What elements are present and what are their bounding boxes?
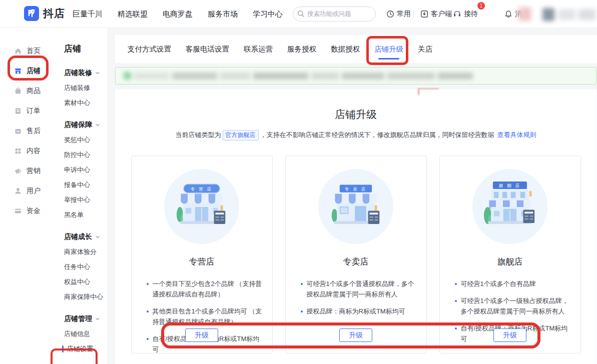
funds-icon [14,207,22,215]
svg-text:专 卖 店: 专 卖 店 [345,186,367,192]
svg-text:专 营 店: 专 营 店 [191,186,213,192]
subitem-report-center[interactable]: 举报中心 [64,192,108,208]
sidebar-item-label: 营销 [27,166,41,176]
sidebar-item-goods[interactable]: 商品 [0,81,55,101]
subitem-merchant-protection-center[interactable]: 商家保障中心 [64,290,108,304]
requirement-item: 可经营1个或多个一级独占授权品牌，多个授权品牌需属于同一商标所有人 [455,296,570,316]
upgrade-button-flagship[interactable]: 升级 [493,328,526,342]
client-button[interactable]: 客户端 [420,0,452,28]
bell-icon [504,10,512,18]
topnav-xuexizhongxin[interactable]: 学习中心 [253,10,283,19]
reception-button[interactable]: 接待 1 [453,0,486,28]
section-shop-growth: 店铺成长 商家体验分 任务中心 权益中心 商家保障中心 [64,230,108,304]
search-input[interactable] [293,6,376,22]
sidebar-item-label: 用户 [27,186,41,196]
subitem-material-center[interactable]: 素材中心 [64,96,108,110]
subitem-appeal-center[interactable]: 申诉中心 [64,162,108,178]
page-description: 当前店铺类型为官方旗舰店，支持在不影响店铺正常经营的情况下，修改旗舰店品牌归属，… [115,130,596,140]
sidebar-item-label: 店铺 [27,66,41,76]
storefront-illustration: 专 营 店 [164,169,239,244]
sidebar-item-orders[interactable]: 订单 [0,101,55,121]
section-header-shop-management[interactable]: 店铺管理 [64,312,108,326]
orders-icon [14,107,22,115]
client-label: 客户端 [431,10,452,18]
topbar: 抖店 巨量千川 精选联盟 电商罗盘 服务市场 学习中心 常用 客户端 接待 1 [0,0,597,28]
storefront-illustration: 旗 舰 店 [472,169,547,244]
subitem-blacklist[interactable]: 黑名单 [64,208,108,222]
view-rules-link[interactable]: 查看具体规则 [497,131,536,138]
tab-label: 关店 [418,44,432,54]
subitem-report-filing-center[interactable]: 报备中心 [64,178,108,192]
section-label: 店铺装修 [64,68,92,78]
reception-label: 接待 [464,10,478,18]
topnav-jingxuanlianmeng[interactable]: 精选联盟 [118,10,148,19]
section-label: 店铺管理 [64,314,92,324]
search-icon [297,10,305,18]
subitem-merchant-experience-score[interactable]: 商家体验分 [64,244,108,260]
sidebar-item-users[interactable]: 用户 [0,181,55,201]
subitem-prevention-center[interactable]: 防控中心 [64,148,108,162]
reception-badge: 1 [477,2,485,10]
sidebar-item-funds[interactable]: 资金 [0,201,55,221]
subitem-shop-info[interactable]: 店铺信息 [64,326,108,342]
section-shop-protection: 店铺保障 奖惩中心 防控中心 申诉中心 报备中心 举报中心 黑名单 [64,118,108,222]
marketing-icon [14,167,22,175]
active-tab-underline [378,58,399,60]
sidebar-item-aftersale[interactable]: 售后 [0,121,55,141]
top-navigation: 巨量千川 精选联盟 电商罗盘 服务市场 学习中心 [73,0,283,28]
store-icon [14,67,22,75]
tab-shop-upgrade[interactable]: 店铺升级 [374,35,403,63]
sidebar-item-label: 售后 [27,126,41,136]
section-header-shop-protection[interactable]: 店铺保障 [64,118,108,132]
card-flagship-store: 旗 舰 店 [439,156,581,354]
sidebar-item-marketing[interactable]: 营销 [0,161,55,181]
sidebar-item-label: 订单 [27,106,41,116]
sidebar-item-label: 内容 [27,146,41,156]
brand[interactable]: 抖店 [24,6,65,21]
subitem-reward-punish-center[interactable]: 奖惩中心 [64,132,108,148]
users-icon [14,187,22,195]
secondary-sidebar-title: 店铺 [64,43,108,54]
subitem-shop-decoration[interactable]: 店铺装修 [64,80,108,96]
card-requirements: 可经营1个或多个普通授权品牌，多个授权品牌需属于同一商标所有人 授权品牌：商标为… [301,278,416,316]
requirement-item: 可经营1个或多个自有品牌 [455,278,570,289]
tab-contact-operations[interactable]: 联系运营 [244,35,273,63]
topnav-juliangqianchuan[interactable]: 巨量千川 [73,10,103,19]
subitem-shop-settings[interactable]: 店铺设置 [64,342,108,356]
download-icon [420,10,428,18]
topnav-dianshangluopan[interactable]: 电商罗盘 [163,10,193,19]
tab-service-phone-settings[interactable]: 客服电话设置 [186,35,229,63]
upgrade-button-franchise[interactable]: 升级 [185,328,218,342]
section-header-shop-decoration[interactable]: 店铺装修 [64,66,108,80]
topnav-fuwushichang[interactable]: 服务市场 [208,10,238,19]
frequent-button[interactable]: 常用 [386,0,411,28]
svg-text:旗 舰 店: 旗 舰 店 [499,183,521,188]
content-icon [14,147,22,155]
user-account-blurred [518,5,596,23]
sidebar-item-content[interactable]: 内容 [0,141,55,161]
card-title: 专营店 [132,256,272,268]
card-title: 旗舰店 [440,256,580,268]
storefront-illustration: 专 卖 店 [318,169,393,244]
subitem-task-center[interactable]: 任务中心 [64,260,108,274]
tab-payment-settings[interactable]: 支付方式设置 [128,35,171,63]
tab-label: 服务授权 [287,44,316,54]
tab-service-authorization[interactable]: 服务授权 [287,35,316,63]
app-window: 抖店 巨量千川 精选联盟 电商罗盘 服务市场 学习中心 常用 客户端 接待 1 [0,0,597,364]
tab-label: 支付方式设置 [128,44,171,54]
tab-label: 客服电话设置 [186,44,229,54]
sidebar-item-store[interactable]: 店铺 [0,61,55,81]
brand-name: 抖店 [43,6,65,20]
tab-data-authorization[interactable]: 数据授权 [331,35,360,63]
brand-logo-icon [24,6,39,21]
section-shop-decoration: 店铺装修 店铺装修 素材中心 [64,66,108,110]
desc-suffix: ，支持在不影响店铺正常经营的情况下，修改旗舰店品牌归属，同时保留经营数据 [260,131,494,138]
settings-tabbar: 支付方式设置 客服电话设置 联系运营 服务授权 数据授权 店铺升级 关店 [115,35,597,63]
tab-close-shop[interactable]: 关店 [418,35,432,63]
sidebar-item-home[interactable]: 首页 [0,41,55,61]
upgrade-button-exclusive[interactable]: 升级 [339,328,372,342]
chevron-down-icon [95,234,100,240]
goods-icon [14,87,22,95]
section-header-shop-growth[interactable]: 店铺成长 [64,230,108,244]
subitem-benefits-center[interactable]: 权益中心 [64,274,108,290]
